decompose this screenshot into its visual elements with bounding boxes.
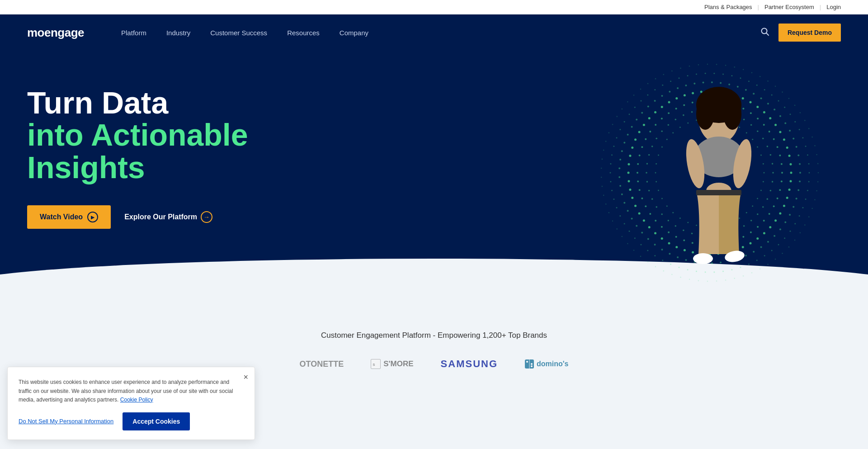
svg-point-389: [725, 65, 726, 66]
svg-point-367: [602, 186, 603, 187]
svg-point-349: [716, 280, 717, 282]
svg-point-336: [808, 216, 810, 217]
svg-point-229: [794, 223, 796, 224]
svg-point-147: [618, 167, 620, 169]
svg-point-404: [816, 154, 817, 156]
svg-point-260: [611, 154, 613, 156]
search-icon-button[interactable]: [759, 25, 771, 40]
svg-point-287: [794, 121, 796, 123]
cookie-close-button[interactable]: ×: [243, 373, 248, 382]
svg-point-375: [616, 116, 618, 117]
login-link[interactable]: Login: [826, 4, 841, 10]
svg-point-289: [802, 137, 803, 138]
svg-point-263: [619, 129, 621, 130]
partner-ecosystem-link[interactable]: Partner Ecosystem: [764, 4, 814, 10]
svg-point-262: [616, 137, 618, 138]
svg-point-267: [640, 100, 642, 101]
svg-point-91: [641, 146, 643, 148]
svg-point-252: [624, 223, 625, 224]
nav-customer-success[interactable]: Customer Success: [200, 14, 277, 51]
svg-point-338: [800, 232, 801, 234]
svg-point-202: [646, 163, 648, 165]
svg-point-203: [648, 154, 650, 156]
svg-point-250: [634, 237, 636, 239]
explore-arrow-icon: →: [201, 211, 212, 223]
svg-point-340: [788, 246, 790, 248]
svg-point-151: [627, 134, 629, 136]
watch-video-button[interactable]: Watch Video ▶: [27, 205, 111, 229]
svg-point-34: [629, 155, 631, 157]
svg-point-88: [637, 172, 638, 174]
svg-point-264: [624, 121, 625, 123]
svg-point-115: [799, 180, 801, 182]
svg-point-141: [631, 217, 633, 219]
svg-point-366: [603, 195, 604, 196]
svg-point-150: [623, 142, 625, 144]
svg-point-155: [647, 106, 649, 108]
svg-point-117: [796, 198, 797, 199]
svg-point-224: [808, 181, 810, 182]
svg-point-26: [643, 219, 645, 222]
svg-point-61: [790, 163, 792, 165]
svg-point-138: [647, 238, 649, 240]
svg-point-149: [621, 150, 623, 152]
plans-packages-link[interactable]: Plans & Packages: [704, 4, 752, 10]
svg-point-92: [645, 138, 646, 140]
svg-point-256: [611, 190, 613, 191]
svg-point-249: [640, 244, 642, 246]
svg-point-391: [743, 69, 744, 70]
svg-point-268: [647, 94, 648, 95]
nav-industry[interactable]: Industry: [156, 14, 200, 51]
svg-point-279: [740, 77, 741, 79]
nav-platform[interactable]: Platform: [111, 14, 156, 51]
svg-point-227: [802, 207, 803, 208]
svg-point-266: [634, 107, 636, 108]
svg-point-139: [641, 232, 643, 234]
svg-point-251: [629, 231, 630, 232]
svg-point-286: [789, 113, 791, 115]
svg-point-276: [713, 73, 715, 74]
svg-point-223: [809, 172, 810, 174]
svg-point-288: [799, 129, 800, 130]
svg-point-386: [698, 64, 699, 66]
svg-point-373: [609, 132, 610, 133]
svg-point-372: [605, 141, 607, 142]
svg-point-144: [621, 194, 623, 195]
explore-platform-link[interactable]: Explore Our Platform →: [124, 211, 212, 223]
svg-point-90: [639, 155, 641, 156]
svg-point-361: [622, 236, 623, 237]
svg-text:S: S: [373, 363, 375, 367]
svg-point-38: [643, 124, 645, 126]
svg-rect-422: [529, 359, 530, 369]
svg-point-225: [807, 190, 808, 191]
svg-point-423: [526, 361, 528, 363]
svg-point-39: [648, 117, 651, 119]
svg-point-385: [689, 66, 690, 67]
svg-point-363: [612, 220, 613, 222]
request-demo-button[interactable]: Request Demo: [778, 24, 841, 42]
nav-company[interactable]: Company: [330, 14, 378, 51]
watch-video-label: Watch Video: [40, 213, 83, 221]
svg-point-175: [793, 138, 794, 140]
svg-point-352: [689, 279, 690, 280]
svg-point-116: [797, 189, 799, 191]
brand-samsung: SAMSUNG: [441, 358, 498, 370]
svg-point-400: [804, 120, 806, 121]
nav-resources[interactable]: Resources: [277, 14, 330, 51]
svg-point-33: [627, 163, 630, 165]
svg-point-27: [638, 213, 641, 215]
svg-point-119: [789, 214, 791, 216]
svg-point-84: [645, 205, 646, 207]
brand-otonette: OTONETTE: [300, 359, 344, 369]
svg-point-358: [640, 256, 642, 257]
svg-point-424: [531, 363, 533, 365]
svg-point-143: [623, 202, 625, 203]
svg-point-333: [816, 190, 817, 192]
svg-point-368: [601, 177, 602, 178]
svg-point-347: [734, 278, 736, 279]
hero-line3: Insights: [27, 151, 344, 184]
svg-point-339: [794, 240, 796, 241]
svg-point-371: [603, 150, 604, 151]
svg-point-140: [636, 225, 637, 227]
logo[interactable]: moengage: [27, 26, 84, 40]
